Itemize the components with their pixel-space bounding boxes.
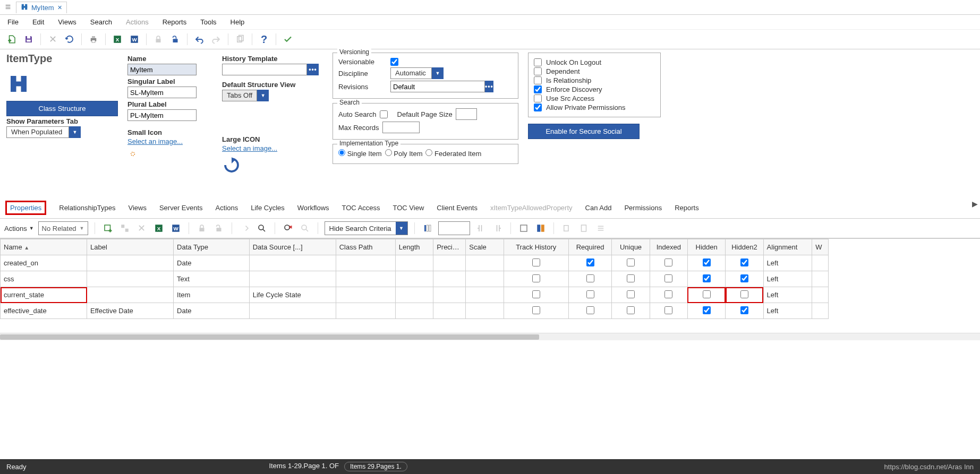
- grid-checkbox[interactable]: [627, 290, 635, 298]
- menu-actions[interactable]: Actions: [126, 18, 149, 26]
- reltab-can-add[interactable]: Can Add: [585, 204, 612, 212]
- default-struct-select[interactable]: Tabs Off ▼: [222, 90, 280, 101]
- col-name[interactable]: Name ▲: [1, 239, 87, 255]
- cell[interactable]: [812, 271, 829, 287]
- col-preci-[interactable]: Preci…: [433, 239, 466, 255]
- cell[interactable]: Date: [174, 303, 250, 319]
- no-related-select[interactable]: No Related▼: [38, 221, 88, 235]
- default-page-size-input[interactable]: [456, 108, 477, 120]
- chevron-down-icon[interactable]: ▼: [257, 90, 269, 101]
- cell[interactable]: [504, 271, 568, 287]
- reltab-reports[interactable]: Reports: [675, 204, 699, 212]
- reltab-relationshiptypes[interactable]: RelationshipTypes: [59, 204, 115, 212]
- chevron-down-icon[interactable]: ▼: [396, 222, 407, 235]
- enforce-checkbox[interactable]: [534, 85, 542, 93]
- list-icon[interactable]: [594, 222, 607, 235]
- delete-icon[interactable]: ✕: [45, 32, 60, 47]
- cell[interactable]: [568, 303, 612, 319]
- col-w[interactable]: W: [812, 239, 829, 255]
- grid-checkbox[interactable]: [532, 258, 540, 266]
- unlock-rel-icon[interactable]: [212, 222, 225, 235]
- cell[interactable]: created_on: [1, 255, 87, 271]
- unlock-checkbox[interactable]: [534, 58, 542, 66]
- singular-input[interactable]: [127, 87, 197, 98]
- max-records-input[interactable]: [382, 122, 420, 133]
- class-structure-button[interactable]: Class Structure: [6, 101, 118, 116]
- col-hidden2[interactable]: Hidden2: [726, 239, 763, 255]
- select-col-icon[interactable]: [421, 222, 434, 235]
- cell[interactable]: [612, 255, 650, 271]
- document-tab[interactable]: MyItem ✕: [16, 2, 67, 13]
- word-icon[interactable]: W: [169, 222, 182, 235]
- add-row-icon[interactable]: [101, 222, 114, 235]
- grid-checkbox[interactable]: [664, 290, 672, 298]
- remove-row-icon[interactable]: ✕: [135, 222, 148, 235]
- grid-checkbox[interactable]: [586, 290, 594, 298]
- cell[interactable]: [433, 271, 466, 287]
- close-tab-button[interactable]: ✕: [57, 4, 62, 11]
- grid-checkbox[interactable]: [740, 274, 748, 282]
- ellipsis-icon[interactable]: •••: [485, 81, 493, 92]
- grid-checkbox[interactable]: [664, 306, 672, 314]
- cell[interactable]: [568, 287, 612, 303]
- cell[interactable]: [336, 271, 395, 287]
- grid-checkbox[interactable]: [740, 258, 748, 266]
- reltab-workflows[interactable]: Workflows: [297, 204, 329, 212]
- cell[interactable]: [568, 271, 612, 287]
- cell[interactable]: [336, 255, 395, 271]
- prev-page-icon[interactable]: [474, 222, 487, 235]
- grid-checkbox[interactable]: [627, 274, 635, 282]
- excel-icon[interactable]: X: [152, 222, 165, 235]
- chevron-down-icon[interactable]: ▼: [432, 67, 444, 79]
- plural-input[interactable]: [127, 109, 197, 121]
- cell[interactable]: [612, 271, 650, 287]
- search-criteria-select[interactable]: Hide Search Criteria ▼: [325, 221, 408, 235]
- cell[interactable]: Effective Date: [87, 303, 174, 319]
- impl-single[interactable]: Single Item: [338, 149, 382, 158]
- dependent-checkbox[interactable]: [534, 67, 542, 75]
- horizontal-scrollbar[interactable]: [0, 333, 980, 340]
- grid-checkbox[interactable]: [703, 258, 711, 266]
- print-icon[interactable]: [86, 32, 101, 47]
- history-input[interactable]: [222, 64, 307, 75]
- cell[interactable]: [466, 303, 504, 319]
- select-large-image-link[interactable]: Select an image...: [222, 144, 323, 152]
- cell[interactable]: [433, 303, 466, 319]
- impl-poly[interactable]: Poly Item: [385, 149, 423, 158]
- undo-icon[interactable]: [192, 32, 207, 47]
- cell[interactable]: effective_date: [1, 303, 87, 319]
- grid-checkbox[interactable]: [586, 258, 594, 266]
- cell[interactable]: [504, 303, 568, 319]
- paste-row-icon[interactable]: [577, 222, 590, 235]
- use-src-checkbox[interactable]: [534, 94, 542, 102]
- grid-checkbox[interactable]: [740, 306, 748, 314]
- col-unique[interactable]: Unique: [612, 239, 650, 255]
- grid-checkbox[interactable]: [586, 274, 594, 282]
- grid-checkbox[interactable]: [664, 274, 672, 282]
- lock-icon[interactable]: [151, 32, 166, 47]
- cell[interactable]: Life Cycle State: [249, 287, 336, 303]
- col-data-source-[interactable]: Data Source [...]: [249, 239, 336, 255]
- cell[interactable]: current_state: [1, 287, 87, 303]
- cell[interactable]: [812, 303, 829, 319]
- pick-related-icon[interactable]: [118, 222, 131, 235]
- cell[interactable]: [650, 303, 687, 319]
- cell[interactable]: [433, 287, 466, 303]
- cell[interactable]: [504, 287, 568, 303]
- next-page-icon[interactable]: [491, 222, 504, 235]
- cell[interactable]: [612, 303, 650, 319]
- cell[interactable]: [466, 255, 504, 271]
- unlock-icon[interactable]: [168, 32, 183, 47]
- menu-help[interactable]: Help: [231, 18, 245, 26]
- auto-search-checkbox[interactable]: [380, 110, 388, 118]
- menu-tools[interactable]: Tools: [200, 18, 216, 26]
- col-hidden[interactable]: Hidden: [687, 239, 725, 255]
- reltab-client-events[interactable]: Client Events: [437, 204, 478, 212]
- search-again-icon[interactable]: [299, 222, 311, 235]
- discipline-select[interactable]: Automatic ▼: [390, 67, 444, 79]
- cell[interactable]: [687, 255, 725, 271]
- reltab-views[interactable]: Views: [128, 204, 146, 212]
- cell[interactable]: [726, 303, 763, 319]
- cell[interactable]: [726, 255, 763, 271]
- new-icon[interactable]: [4, 32, 19, 47]
